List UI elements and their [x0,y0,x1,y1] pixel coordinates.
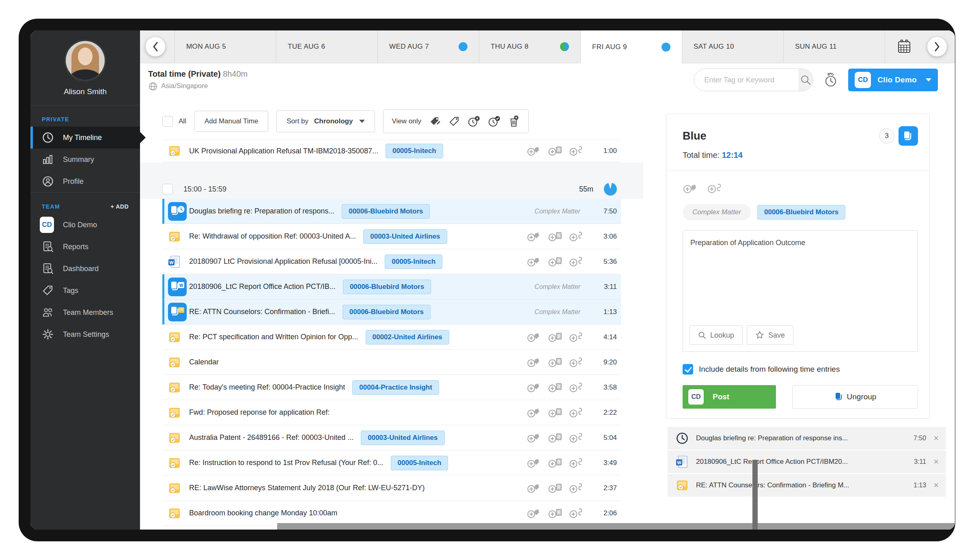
timeline-row[interactable]: W20180907 LtC Provisional Application Re… [162,249,621,274]
timer-button[interactable] [823,72,838,88]
matter-tag-pill[interactable]: 00006-Bluebird Motors [343,280,431,294]
add-document-icon[interactable] [548,482,563,494]
add-timer-icon[interactable] [569,256,584,267]
matter-tag-pill[interactable]: 00006-Bluebird Motors [757,205,845,220]
add-tag-icon[interactable] [527,332,542,343]
remove-entry-icon[interactable]: × [933,434,939,443]
add-tag-icon[interactable] [527,432,542,444]
add-document-icon[interactable] [548,145,563,157]
grouped-entry-row[interactable]: RE: ATTN Counselors: Confirmation - Brie… [668,474,946,498]
filter-tag-outline-icon[interactable] [448,115,460,127]
matter-tag-pill[interactable]: 00003-United Airlines [363,229,447,244]
group-checkbox[interactable] [162,184,173,194]
sidebar-item-dashboard[interactable]: Dashboard [30,258,140,280]
add-timer-icon[interactable] [569,407,584,418]
timeline-row[interactable]: RE: ATTN Counselors: Confirmation - Brie… [162,299,621,325]
add-document-icon[interactable] [548,407,563,418]
timeline-row[interactable]: Australia Patent - 26489166 - Ref: 00003… [162,425,621,450]
group-copy-button[interactable] [899,126,918,146]
add-timer-icon[interactable] [569,382,584,393]
add-document-icon[interactable] [548,382,563,393]
filter-tag-filled-icon[interactable] [429,115,441,127]
timeline-row[interactable]: Douglas briefing re: Preparation of resp… [162,199,621,224]
add-document-icon[interactable] [548,256,563,267]
add-tag-icon[interactable] [527,357,542,368]
matter-tag-pill[interactable]: 00002-United Airlines [366,330,449,345]
add-timer-icon[interactable] [569,231,584,242]
add-tag-icon[interactable] [527,231,542,242]
add-tag-icon[interactable] [683,182,699,194]
search-button[interactable] [798,69,813,91]
add-document-icon[interactable] [548,231,563,242]
matter-tag-pill[interactable]: 00005-Initech [385,254,442,269]
timeline-row[interactable]: RE: LawWise Attorneys Statement July 201… [162,476,621,501]
matter-type-pill[interactable]: Complex Matter [683,204,751,220]
sidebar-item-summary[interactable]: Summary [30,149,140,170]
add-tag-icon[interactable] [527,508,542,519]
matter-tag-pill[interactable]: 00003-United Airlines [361,431,444,445]
grouped-entry-row[interactable]: Douglas briefing re: Preparation of resp… [668,427,946,450]
timeline-row[interactable]: Fwd: Proposed reponse for application Re… [162,400,621,425]
add-tag-icon[interactable] [527,145,542,157]
search-input[interactable] [694,69,798,91]
add-timer-icon[interactable] [569,432,584,444]
add-timer-icon[interactable] [569,332,584,343]
matter-tag-pill[interactable]: 00006-Bluebird Motors [342,204,430,219]
sidebar-item-profile[interactable]: Profile [30,170,140,192]
add-tag-icon[interactable] [527,256,542,267]
filter-clock-check-icon[interactable] [488,115,501,127]
add-document-icon[interactable] [548,457,563,469]
sidebar-item-team-settings[interactable]: Team Settings [30,323,140,345]
select-all-checkbox[interactable] [162,116,173,127]
note-textarea[interactable]: Preparation of Application Outcome Looku… [683,230,918,352]
add-document-icon[interactable] [548,332,563,343]
date-tab-thu-aug-8[interactable]: THU AUG 8 [479,30,580,63]
post-button[interactable]: CD Post [683,385,776,409]
date-tab-wed-aug-7[interactable]: WED AUG 7 [377,30,479,63]
matter-tag-pill[interactable]: 00005-Initech [391,456,448,470]
sort-dropdown[interactable]: Sort by Chronology [276,110,375,132]
timeline-row[interactable]: UK Provisional Application Refusal TM-IB… [162,140,621,162]
add-team-button[interactable]: + ADD [111,203,129,210]
bottom-scrollbar[interactable] [277,523,955,530]
add-tag-icon[interactable] [527,457,542,469]
filter-trash-icon[interactable] [508,115,520,128]
include-details-checkbox[interactable] [683,364,693,375]
add-timer-icon[interactable] [569,145,584,157]
grouped-entry-row[interactable]: W20180906_LtC Report Office Action PCT/I… [668,450,946,474]
add-timer-icon[interactable] [569,457,584,469]
account-menu-button[interactable]: CD Clio Demo [848,69,938,91]
add-manual-time-button[interactable]: Add Manual Time [194,111,268,132]
add-timer-icon[interactable] [569,508,584,519]
matter-tag-pill[interactable]: 00005-Initech [386,144,443,158]
add-timer-icon[interactable] [569,357,584,368]
add-timer-icon[interactable] [707,182,723,194]
remove-entry-icon[interactable]: × [933,481,939,490]
timeline-row[interactable]: Boardroom booking change Monday 10:00am2… [162,501,621,526]
sidebar-item-team-members[interactable]: Team Members [30,302,140,323]
matter-tag-pill[interactable]: 00006-Bluebird Motors [343,305,431,319]
next-week-button[interactable] [927,37,947,56]
timeline-row[interactable]: W20180906_LtC Report Office Action PCT/I… [162,274,621,299]
add-document-icon[interactable] [548,357,563,368]
prev-week-button[interactable] [146,37,165,56]
sidebar-item-my-timeline[interactable]: My Timeline [30,127,140,149]
remove-entry-icon[interactable]: × [933,457,939,466]
add-tag-icon[interactable] [527,407,542,418]
date-tab-mon-aug-5[interactable]: MON AUG 5 [175,30,276,63]
add-document-icon[interactable] [548,508,563,519]
timeline-row[interactable]: Calendar9:20 [162,350,621,375]
add-timer-icon[interactable] [569,482,584,494]
date-tab-sun-aug-11[interactable]: SUN AUG 11 [783,30,885,63]
timeline-row[interactable]: Re: PCT specification and Written Opinio… [162,325,621,350]
date-tab-fri-aug-9[interactable]: FRI AUG 9 [580,30,682,63]
lookup-button[interactable]: Lookup [690,325,743,345]
vertical-scrollbar[interactable] [752,460,758,530]
sidebar-item-tags[interactable]: Tags [30,280,140,302]
calendar-picker-button[interactable] [885,30,923,63]
date-tab-tue-aug-6[interactable]: TUE AUG 6 [276,30,377,63]
timeline-row[interactable]: Re: Instruction to respond to 1st Prov R… [162,450,621,476]
add-tag-icon[interactable] [527,482,542,494]
sidebar-item-clio-demo[interactable]: CDClio Demo [30,214,140,236]
filter-clock-dot-icon[interactable] [468,115,481,127]
